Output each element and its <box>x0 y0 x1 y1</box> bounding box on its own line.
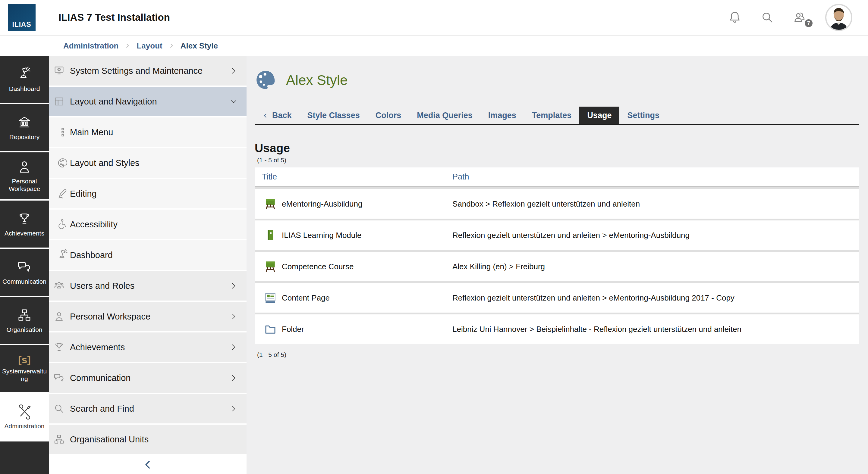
breadcrumb: Administration Layout Alex Style <box>0 36 868 56</box>
main-content: Alex Style Back Style Classes Colors Med… <box>247 56 868 474</box>
tab-images[interactable]: Images <box>480 108 524 124</box>
object-path: Alex Killing (en) > Freiburg <box>445 262 859 271</box>
course-icon <box>264 260 277 273</box>
submenu-item-system-settings[interactable]: System Settings and Maintenance <box>49 56 247 86</box>
submenu-item-users-and-roles[interactable]: Users and Roles <box>49 271 247 301</box>
object-path: Leibniz Uni Hannover > Beispielinhalte -… <box>445 325 859 334</box>
palette-icon <box>255 69 277 91</box>
tab-settings[interactable]: Settings <box>619 108 667 124</box>
usage-table: Title Path eMentoring-Ausbildung Sandbox… <box>255 167 859 344</box>
org-chart-icon <box>17 307 32 323</box>
result-range-top: (1 - 5 of 5) <box>255 157 859 164</box>
users-icon <box>53 280 65 292</box>
tools-icon <box>17 404 32 419</box>
submenu-item-search-and-find[interactable]: Search and Find <box>49 394 247 424</box>
sidebar-item-communication[interactable]: Communication <box>0 249 49 296</box>
chevron-right-icon <box>230 66 238 76</box>
submenu-item-organisational-units[interactable]: Organisational Units <box>49 425 247 454</box>
object-title: Folder <box>282 325 304 334</box>
page-header: Alex Style <box>255 69 859 91</box>
chevron-left-icon <box>142 458 153 472</box>
desk-lamp-icon <box>17 67 32 82</box>
section-title: Usage <box>255 141 859 155</box>
submenu-item-accessibility[interactable]: Accessibility <box>49 210 247 239</box>
bell-icon[interactable] <box>727 10 742 25</box>
submenu-item-layout-and-navigation[interactable]: Layout and Navigation <box>49 87 247 116</box>
s-bracket-icon: [s] <box>18 354 31 365</box>
chevron-right-icon <box>230 404 238 413</box>
tab-usage[interactable]: Usage <box>579 107 619 124</box>
search-icon[interactable] <box>760 10 775 25</box>
content-page-icon <box>264 291 277 304</box>
submenu-item-editing[interactable]: Editing <box>49 179 247 208</box>
submenu-item-communication[interactable]: Communication <box>49 363 247 393</box>
who-is-online-icon[interactable]: 7 <box>793 10 807 25</box>
folder-icon <box>264 323 277 336</box>
tab-bar: Back Style Classes Colors Media Queries … <box>255 107 859 125</box>
chevron-right-icon <box>230 342 238 352</box>
chevron-right-icon <box>230 281 238 291</box>
chevron-right-icon <box>168 42 175 49</box>
breadcrumb-alex-style[interactable]: Alex Style <box>181 41 218 50</box>
chevron-right-icon <box>230 373 238 383</box>
sidebar-item-achievements[interactable]: Achievements <box>0 201 49 247</box>
org-chart-icon <box>53 433 65 445</box>
object-title: eMentoring-Ausbildung <box>282 199 362 209</box>
object-path: Reflexion gezielt unterstützen und anlei… <box>445 231 859 240</box>
pen-icon <box>57 188 69 200</box>
sidebar-item-dashboard[interactable]: Dashboard <box>0 56 49 103</box>
layout-icon <box>53 96 65 107</box>
table-header-row: Title Path <box>255 167 859 187</box>
tab-style-classes[interactable]: Style Classes <box>300 108 368 124</box>
chevron-right-icon <box>124 42 130 49</box>
sidebar-item-organisation[interactable]: Organisation <box>0 297 49 344</box>
result-range-bottom: (1 - 5 of 5) <box>255 351 859 358</box>
sidebar-item-repository[interactable]: Repository <box>0 104 49 151</box>
sidebar-item-administration[interactable]: Administration <box>0 393 49 440</box>
submenu-item-dashboard[interactable]: Dashboard <box>49 240 247 270</box>
user-avatar[interactable] <box>825 4 852 31</box>
column-header-title[interactable]: Title <box>255 172 445 181</box>
administration-submenu: System Settings and Maintenance Layout a… <box>49 56 247 474</box>
chevron-left-icon <box>262 112 268 119</box>
breadcrumb-administration[interactable]: Administration <box>63 41 119 50</box>
tab-templates[interactable]: Templates <box>524 108 580 124</box>
sidebar-item-personal-workspace[interactable]: Personal Workspace <box>0 153 49 199</box>
object-title: Competence Course <box>282 262 353 271</box>
tab-media-queries[interactable]: Media Queries <box>409 108 480 124</box>
submenu-item-main-menu[interactable]: Main Menu <box>49 117 247 147</box>
submenu-item-achievements[interactable]: Achievements <box>49 333 247 362</box>
top-bar-actions: 7 <box>727 4 852 31</box>
tab-colors[interactable]: Colors <box>368 108 409 124</box>
list-icon <box>57 126 69 138</box>
object-path: Reflexion gezielt unterstützen und anlei… <box>445 293 859 303</box>
sidebar-item-systemverwaltung[interactable]: [s] Systemverwaltung <box>0 345 49 392</box>
chevron-right-icon <box>230 312 238 321</box>
breadcrumb-layout[interactable]: Layout <box>136 41 162 50</box>
accessibility-icon <box>57 218 69 230</box>
ilias-app: ILIAS ILIAS 7 Test Installation 7 Admini… <box>0 0 868 474</box>
sidebar-filler <box>0 441 49 474</box>
chat-icon <box>53 372 65 384</box>
collapse-submenu-button[interactable] <box>49 455 247 474</box>
object-path: Sandbox > Reflexion gezielt unterstützen… <box>445 199 859 209</box>
submenu-item-personal-workspace[interactable]: Personal Workspace <box>49 302 247 331</box>
palette-icon <box>57 157 69 169</box>
repository-icon <box>17 115 32 130</box>
ilias-logo[interactable]: ILIAS <box>8 4 36 31</box>
trophy-icon <box>53 341 65 353</box>
online-count-badge: 7 <box>805 19 812 27</box>
submenu-item-layout-and-styles[interactable]: Layout and Styles <box>49 148 247 178</box>
desk-lamp-icon <box>57 249 69 261</box>
person-icon <box>53 310 65 323</box>
table-row: eMentoring-Ausbildung Sandbox > Reflexio… <box>255 189 859 218</box>
course-icon <box>264 197 277 210</box>
column-header-path[interactable]: Path <box>445 172 859 181</box>
tab-back[interactable]: Back <box>255 108 300 124</box>
table-row: Folder Leibniz Uni Hannover > Beispielin… <box>255 314 859 344</box>
page-title: Alex Style <box>286 72 348 88</box>
app-title: ILIAS 7 Test Installation <box>59 12 170 23</box>
learning-module-icon <box>264 229 277 242</box>
table-row: ILIAS Learning Module Reflexion gezielt … <box>255 221 859 250</box>
chat-icon <box>17 259 32 275</box>
